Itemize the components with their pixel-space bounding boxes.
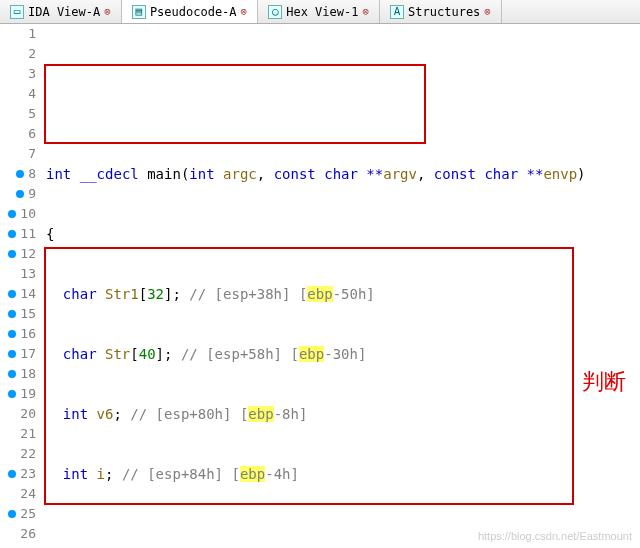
gutter-line: 6 [0, 124, 36, 144]
tab-label: Pseudocode-A [150, 5, 237, 19]
breakpoint-icon[interactable] [8, 250, 16, 258]
line-number: 9 [28, 184, 36, 204]
view-icon: ○ [268, 5, 282, 19]
breakpoint-icon[interactable] [8, 350, 16, 358]
gutter-line: 3 [0, 64, 36, 84]
gutter-line: 5 [0, 104, 36, 124]
gutter-line: 9 [0, 184, 36, 204]
watermark: https://blog.csdn.net/Eastmount [478, 526, 632, 546]
gutter-line: 12 [0, 244, 36, 264]
gutter-line: 19 [0, 384, 36, 404]
gutter-line: 10 [0, 204, 36, 224]
tab-hex-view-1[interactable]: ○ Hex View-1 ⊗ [258, 0, 380, 23]
gutter-line: 20 [0, 404, 36, 424]
breakpoint-icon[interactable] [16, 190, 24, 198]
breakpoint-icon[interactable] [8, 230, 16, 238]
line-number: 1 [28, 24, 36, 44]
line-number: 12 [20, 244, 36, 264]
gutter-line: 11 [0, 224, 36, 244]
gutter-line: 23 [0, 464, 36, 484]
line-number: 7 [28, 144, 36, 164]
line-number: 23 [20, 464, 36, 484]
line-number: 2 [28, 44, 36, 64]
gutter-line: 13 [0, 264, 36, 284]
dirty-icon: ⊗ [104, 5, 111, 18]
highlight-box-decls [44, 64, 426, 144]
line-number: 25 [20, 504, 36, 524]
line-number: 18 [20, 364, 36, 384]
dirty-icon: ⊗ [362, 5, 369, 18]
view-icon: ▤ [132, 5, 146, 19]
dirty-icon: ⊗ [484, 5, 491, 18]
tab-label: Hex View-1 [286, 5, 358, 19]
gutter-line: 7 [0, 144, 36, 164]
dirty-icon: ⊗ [241, 5, 248, 18]
view-icon: A [390, 5, 404, 19]
line-number: 6 [28, 124, 36, 144]
editor: 1234567891011121314151617181920212223242… [0, 24, 640, 548]
tab-label: Structures [408, 5, 480, 19]
breakpoint-icon[interactable] [8, 370, 16, 378]
gutter-line: 24 [0, 484, 36, 504]
gutter-line: 1 [0, 24, 36, 44]
gutter-line: 8 [0, 164, 36, 184]
line-number: 13 [20, 264, 36, 284]
line-number: 10 [20, 204, 36, 224]
line-number: 19 [20, 384, 36, 404]
line-number: 22 [20, 444, 36, 464]
line-number: 26 [20, 524, 36, 544]
breakpoint-icon[interactable] [8, 310, 16, 318]
gutter-line: 4 [0, 84, 36, 104]
line-number: 8 [28, 164, 36, 184]
code-area[interactable]: 判断 https://blog.csdn.net/Eastmount int _… [42, 24, 640, 548]
annotation-text: 判断 [582, 372, 626, 392]
breakpoint-icon[interactable] [8, 470, 16, 478]
tab-structures[interactable]: A Structures ⊗ [380, 0, 502, 23]
breakpoint-icon[interactable] [16, 170, 24, 178]
gutter-line: 14 [0, 284, 36, 304]
gutter-line: 21 [0, 424, 36, 444]
line-number: 17 [20, 344, 36, 364]
breakpoint-icon[interactable] [8, 210, 16, 218]
tab-bar: ▭ IDA View-A ⊗ ▤ Pseudocode-A ⊗ ○ Hex Vi… [0, 0, 640, 24]
code-line: int __cdecl main(int argc, const char **… [42, 164, 640, 184]
breakpoint-icon[interactable] [8, 510, 16, 518]
gutter-line: 18 [0, 364, 36, 384]
line-number: 21 [20, 424, 36, 444]
breakpoint-icon[interactable] [8, 390, 16, 398]
gutter-line: 22 [0, 444, 36, 464]
line-number: 11 [20, 224, 36, 244]
gutter-line: 17 [0, 344, 36, 364]
line-number: 15 [20, 304, 36, 324]
gutter: 1234567891011121314151617181920212223242… [0, 24, 42, 548]
line-number: 16 [20, 324, 36, 344]
gutter-line: 25 [0, 504, 36, 524]
view-icon: ▭ [10, 5, 24, 19]
line-number: 14 [20, 284, 36, 304]
tab-label: IDA View-A [28, 5, 100, 19]
breakpoint-icon[interactable] [8, 330, 16, 338]
tab-ida-view-a[interactable]: ▭ IDA View-A ⊗ [0, 0, 122, 23]
line-number: 3 [28, 64, 36, 84]
breakpoint-icon[interactable] [8, 290, 16, 298]
line-number: 24 [20, 484, 36, 504]
gutter-line: 16 [0, 324, 36, 344]
line-number: 4 [28, 84, 36, 104]
tab-pseudocode-a[interactable]: ▤ Pseudocode-A ⊗ [122, 0, 258, 23]
gutter-line: 26 [0, 524, 36, 544]
line-number: 20 [20, 404, 36, 424]
line-number: 5 [28, 104, 36, 124]
gutter-line: 2 [0, 44, 36, 64]
gutter-line: 15 [0, 304, 36, 324]
